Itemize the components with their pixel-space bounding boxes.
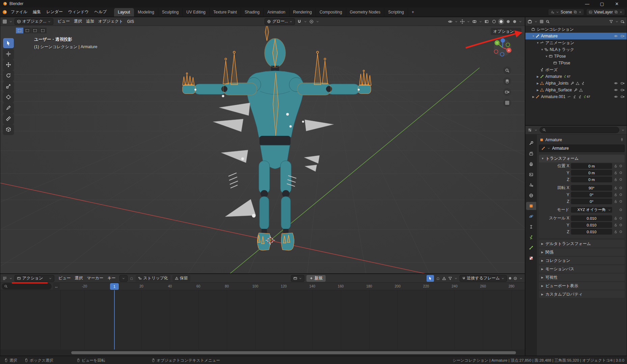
workspace-tab[interactable]: Geometry Nodes [346, 8, 385, 17]
workspace-tab[interactable]: Scripting [384, 8, 408, 17]
value-field[interactable]: 0 m [571, 177, 612, 182]
properties-tab[interactable] [526, 160, 536, 168]
new-action-button[interactable]: 新規 [306, 275, 326, 282]
outliner-row[interactable]: ▶ Armature 67 [525, 73, 627, 80]
expand-arrow[interactable]: ▶ [531, 95, 536, 98]
workspace-tab[interactable]: Shading [241, 8, 264, 17]
value-field[interactable]: 90° [571, 185, 612, 191]
mode-dropdown[interactable]: オブジェク... [15, 18, 53, 25]
tool-button[interactable] [3, 92, 14, 102]
lock-toggle[interactable] [614, 223, 618, 227]
workspace-tab[interactable]: Texture Paint [210, 8, 241, 17]
panel-section-header[interactable]: ▶モーションパス [539, 265, 625, 273]
stash-button[interactable]: 保留 [172, 275, 190, 282]
menu-item[interactable]: ファイル [8, 8, 30, 16]
select-extend-button[interactable] [24, 28, 31, 33]
select-set-button[interactable] [16, 28, 23, 33]
filter-dropdown-button[interactable] [119, 275, 128, 282]
expand-arrow[interactable]: ▼ [540, 48, 544, 51]
horizontal-scrollbar[interactable] [0, 350, 525, 356]
playhead-line[interactable] [114, 290, 115, 350]
outliner-row[interactable]: ▶ Alpha_Joints [525, 80, 627, 87]
scrollbar-thumb[interactable] [71, 351, 516, 354]
ghost-icon[interactable] [130, 276, 134, 280]
workspace-tab[interactable]: Rendering [290, 8, 316, 17]
viewport-canvas[interactable] [0, 26, 525, 274]
expand-arrow[interactable]: ▶ [536, 75, 540, 78]
editor-type-icon[interactable] [527, 19, 532, 24]
proportional-dot-toggle[interactable] [509, 277, 511, 279]
properties-tab[interactable] [526, 254, 536, 262]
snap-mode-dropdown[interactable]: 近接するフレーム [460, 275, 507, 282]
animate-dot[interactable] [620, 224, 622, 226]
dopesheet-editor[interactable]: アクション ビュー選択マーカーキー ストリップ化 保留 新規 [0, 274, 525, 356]
properties-tab[interactable] [526, 191, 536, 200]
dopesheet-menu-item[interactable]: マーカー [85, 275, 106, 282]
tool-button[interactable] [3, 124, 14, 134]
object-visibility-icon[interactable] [448, 19, 453, 24]
dopesheet-channel-area[interactable] [0, 290, 525, 350]
outliner-editor[interactable]: シーンコレクション ▼ Armature [525, 17, 627, 125]
options-dropdown[interactable]: オプション [491, 28, 521, 35]
expand-arrow[interactable]: ▶ [536, 82, 540, 85]
lock-toggle[interactable] [614, 216, 618, 220]
channel-search-input[interactable] [2, 283, 52, 290]
value-field[interactable]: 0 m [571, 170, 612, 176]
outliner-row[interactable]: シーンコレクション [525, 26, 627, 33]
workspace-tab[interactable]: Animation [264, 8, 289, 17]
navigation-gizmo[interactable]: X Y [493, 38, 512, 58]
animate-dot[interactable] [620, 209, 622, 211]
lock-toggle[interactable] [614, 230, 618, 234]
tool-button[interactable] [3, 81, 14, 91]
zoom-button[interactable] [503, 66, 511, 74]
dopesheet-menu-item[interactable]: 選択 [73, 275, 85, 282]
workspace-tab[interactable]: Modeling [134, 8, 158, 17]
properties-tab[interactable] [526, 139, 536, 147]
solid-shading-button[interactable] [499, 19, 503, 24]
action-browse-dropdown[interactable] [291, 275, 304, 282]
pan-hand-button[interactable] [503, 77, 511, 85]
outliner-row[interactable]: ポーズ [525, 66, 627, 73]
disable-in-renders-toggle[interactable] [621, 88, 625, 92]
disable-in-renders-toggle[interactable] [621, 34, 625, 38]
properties-tab[interactable] [526, 223, 536, 231]
filter-funnel-icon[interactable] [609, 20, 613, 24]
material-shading-button[interactable] [506, 19, 511, 24]
dopesheet-mode-dropdown[interactable]: アクション [15, 275, 54, 282]
animate-dot[interactable] [620, 187, 622, 189]
properties-tab[interactable] [526, 181, 536, 189]
properties-tab[interactable] [526, 244, 536, 252]
value-field[interactable]: 0° [571, 192, 612, 198]
lock-toggle[interactable] [614, 200, 618, 203]
disable-in-renders-toggle[interactable] [621, 95, 625, 99]
menu-item[interactable]: 編集 [30, 8, 44, 16]
hidden-objects-icon[interactable] [436, 276, 440, 280]
timeline-ruler[interactable]: ↔ -2020406080100120140160180200220240260… [0, 283, 525, 290]
search-icon[interactable] [546, 20, 550, 24]
hide-in-viewport-toggle[interactable] [614, 88, 618, 92]
editor-type-icon[interactable] [2, 276, 7, 281]
properties-editor[interactable]: Armature Armature ▼トランスフォーム 位置 X 0 m [525, 125, 627, 356]
errors-warning-icon[interactable] [442, 276, 446, 280]
close-button[interactable]: ✕ [609, 0, 624, 7]
lock-toggle[interactable] [614, 164, 618, 168]
xray-toggle[interactable] [484, 19, 489, 24]
new-scene-icon[interactable] [573, 10, 577, 14]
dopesheet-menu-item[interactable]: キー [105, 275, 117, 282]
animate-dot[interactable] [620, 217, 622, 219]
expand-arrow[interactable]: ▼ [531, 35, 536, 38]
editor-type-icon[interactable] [527, 128, 532, 132]
tool-button[interactable] [3, 70, 14, 81]
value-field[interactable]: 0.010 [571, 222, 612, 228]
proportional-falloff-icon[interactable] [513, 276, 517, 280]
display-mode-icon[interactable] [540, 20, 544, 24]
tool-button[interactable] [3, 60, 14, 70]
menu-item[interactable]: ヘルプ [91, 8, 109, 16]
lock-toggle[interactable] [614, 178, 618, 181]
wireframe-shading-button[interactable] [492, 19, 496, 24]
value-field[interactable]: 0.010 [571, 229, 612, 235]
outliner-row[interactable]: ▼ Armature [525, 33, 627, 39]
only-selected-toggle[interactable] [427, 275, 434, 282]
select-subtract-button[interactable] [31, 28, 39, 33]
tool-button[interactable] [3, 114, 14, 124]
